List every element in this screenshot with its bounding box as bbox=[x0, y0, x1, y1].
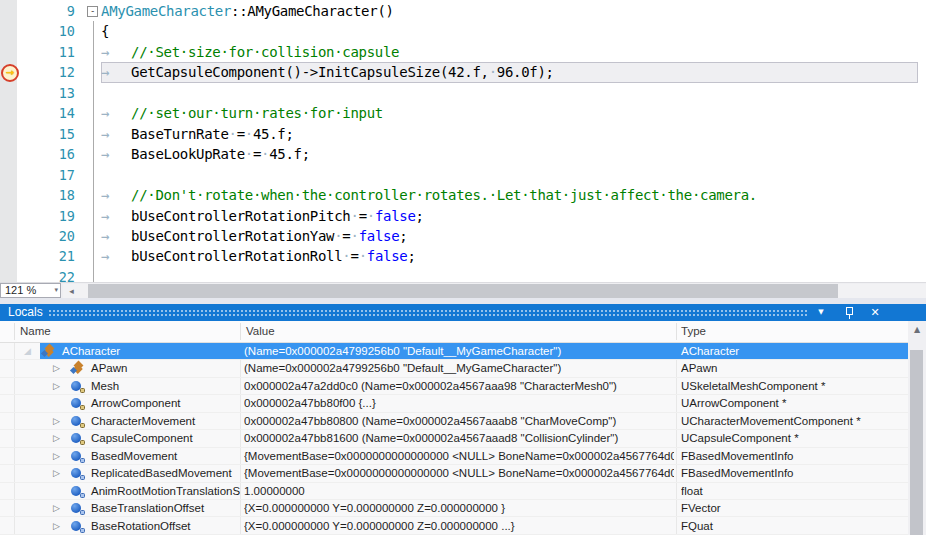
locals-row-ArrowComponent[interactable]: ArrowComponent0x000002a47bb80f00 {...}UA… bbox=[0, 395, 908, 412]
locals-column-header: Name Value Type bbox=[0, 321, 908, 343]
variable-type: UCharacterMovementComponent * bbox=[681, 413, 906, 429]
fold-collapse-box[interactable]: - bbox=[87, 6, 98, 17]
code-token-ws: · bbox=[350, 208, 358, 224]
vertical-scrollbar-thumb[interactable] bbox=[910, 350, 923, 535]
code-editor[interactable]: 9-AMyGameCharacter::AMyGameCharacter()10… bbox=[0, 0, 926, 282]
locals-row-BaseTranslationOffset[interactable]: ▷BaseTranslationOffset{X=0.000000000 Y=0… bbox=[0, 500, 908, 517]
pin-button[interactable] bbox=[840, 304, 858, 321]
code-token-comment: //·set·our·turn·rates·for·input bbox=[131, 105, 383, 121]
code-token-plain: 45.f; bbox=[253, 126, 294, 142]
tree-collapsed-icon[interactable]: ▷ bbox=[53, 448, 60, 464]
column-header-value[interactable]: Value bbox=[246, 321, 275, 342]
code-line-20[interactable]: 20→bUseControllerRotationYaw·=·false; bbox=[0, 226, 926, 246]
tree-collapsed-icon[interactable]: ▷ bbox=[53, 465, 60, 481]
variable-value-cell: 0x000002a47bb81600 (Name=0x000002a4567aa… bbox=[244, 430, 674, 446]
code-line-18[interactable]: 18→//·Don't·rotate·when·the·controller·r… bbox=[0, 185, 926, 205]
close-button[interactable]: ✕ bbox=[866, 304, 884, 321]
variable-name-cell: ▷BaseTranslationOffset bbox=[0, 500, 240, 516]
locals-row-BaseRotationOffset[interactable]: ▷BaseRotationOffset{X=0.000000000 Y=0.00… bbox=[0, 518, 908, 535]
variable-type-cell: UCapsuleComponent * bbox=[681, 430, 906, 446]
locals-variables-grid: ◢ACharacter(Name=0x000002a4799256b0 "Def… bbox=[0, 343, 908, 535]
code-line-10[interactable]: 10{ bbox=[0, 21, 926, 41]
tab-whitespace-arrow-icon: → bbox=[101, 124, 131, 144]
locals-row-ReplicatedBasedMovement[interactable]: ▷ReplicatedBasedMovement{MovementBase=0x… bbox=[0, 465, 908, 482]
locals-row-Mesh[interactable]: ▷Mesh0x000002a47a2dd0c0 (Name=0x000002a4… bbox=[0, 378, 908, 395]
locals-title-bar[interactable]: Locals ▼ ✕ bbox=[0, 304, 926, 321]
code-line-14[interactable]: 14→//·set·our·turn·rates·for·input bbox=[0, 103, 926, 123]
scroll-up-arrow-icon[interactable]: ▲ bbox=[908, 321, 926, 338]
vertical-scrollbar[interactable]: ▲ bbox=[908, 321, 926, 535]
code-token-ws: · bbox=[489, 64, 497, 80]
column-header-name[interactable]: Name bbox=[20, 321, 51, 342]
editor-zoom-control[interactable]: 121 % ▾ bbox=[0, 283, 61, 298]
code-line-text bbox=[101, 267, 918, 282]
column-separator[interactable] bbox=[14, 323, 15, 340]
variable-type-cell: float bbox=[681, 483, 906, 499]
tab-whitespace-arrow-icon: → bbox=[101, 103, 131, 123]
locals-row-ACharacter[interactable]: ◢ACharacter(Name=0x000002a4799256b0 "Def… bbox=[0, 343, 908, 360]
code-token-comment: //·Set·size·for·collision·capsule bbox=[131, 44, 399, 60]
variable-name-cell: ◢ACharacter bbox=[0, 343, 240, 359]
code-token-plain: = bbox=[342, 228, 350, 244]
code-line-17[interactable]: 17 bbox=[0, 165, 926, 185]
code-line-9[interactable]: 9-AMyGameCharacter::AMyGameCharacter() bbox=[0, 1, 926, 21]
tree-collapsed-icon[interactable]: ▷ bbox=[53, 518, 60, 534]
private-field-icon bbox=[71, 432, 85, 445]
variable-value-cell: (Name=0x000002a4799256b0 "Default__MyGam… bbox=[244, 343, 674, 359]
tree-collapsed-icon[interactable]: ▷ bbox=[53, 500, 60, 516]
variable-value-cell: {X=0.000000000 Y=0.000000000 Z=0.0000000… bbox=[244, 518, 674, 534]
column-header-type[interactable]: Type bbox=[681, 321, 706, 342]
locals-row-AnimRootMotionTranslationSc[interactable]: AnimRootMotionTranslationSc1.00000000flo… bbox=[0, 483, 908, 500]
variable-name: BasedMovement bbox=[91, 448, 177, 464]
variable-value-cell: {X=0.000000000 Y=0.000000000 Z=0.0000000… bbox=[244, 500, 674, 516]
window-position-button[interactable]: ▼ bbox=[812, 304, 830, 321]
tree-expanded-icon[interactable]: ◢ bbox=[24, 343, 31, 359]
code-line-11[interactable]: 11→//·Set·size·for·collision·capsule bbox=[0, 42, 926, 62]
tab-whitespace-arrow-icon: → bbox=[101, 206, 131, 226]
code-token-comment: //·Don't·rotate·when·the·controller·rota… bbox=[131, 187, 757, 203]
variable-value-cell: 1.00000000 bbox=[244, 483, 674, 499]
column-separator[interactable] bbox=[240, 323, 241, 340]
horizontal-scrollbar-thumb[interactable] bbox=[88, 284, 838, 298]
variable-name-cell: ▷BasedMovement bbox=[0, 448, 240, 464]
code-line-19[interactable]: 19→bUseControllerRotationPitch·=·false; bbox=[0, 206, 926, 226]
code-token-plain: { bbox=[101, 23, 109, 39]
variable-type: ACharacter bbox=[681, 343, 906, 359]
scroll-left-arrow-icon[interactable]: ◂ bbox=[63, 284, 80, 298]
tree-collapsed-icon[interactable]: ▷ bbox=[53, 378, 60, 394]
locals-row-CharacterMovement[interactable]: ▷CharacterMovement0x000002a47bb80800 (Na… bbox=[0, 413, 908, 430]
code-line-15[interactable]: 15→BaseTurnRate·=·45.f; bbox=[0, 124, 926, 144]
code-token-plain: ; bbox=[416, 208, 424, 224]
code-token-plain: BaseLookUpRate bbox=[131, 146, 245, 162]
variable-name-cell: ▷Mesh bbox=[0, 378, 240, 394]
variable-value: (Name=0x000002a4799256b0 "Default__MyGam… bbox=[244, 343, 674, 359]
locals-row-CapsuleComponent[interactable]: ▷CapsuleComponent0x000002a47bb81600 (Nam… bbox=[0, 430, 908, 447]
tree-collapsed-icon[interactable]: ▷ bbox=[53, 360, 60, 376]
code-line-text bbox=[101, 83, 918, 103]
tree-collapsed-icon[interactable]: ▷ bbox=[53, 413, 60, 429]
variable-name-cell: ▷APawn bbox=[0, 360, 240, 376]
variable-type: FBasedMovementInfo bbox=[681, 448, 906, 464]
code-token-plain: bUseControllerRotationPitch bbox=[131, 208, 350, 224]
locals-row-BasedMovement[interactable]: ▷BasedMovement{MovementBase=0x0000000000… bbox=[0, 448, 908, 465]
chevron-down-icon[interactable]: ▾ bbox=[54, 287, 58, 294]
locals-row-APawn[interactable]: ▷APawn(Name=0x000002a4799256b0 "Default_… bbox=[0, 360, 908, 377]
code-token-type: AMyGameCharacter bbox=[101, 3, 231, 19]
tab-whitespace-arrow-icon: → bbox=[101, 246, 131, 266]
column-separator[interactable] bbox=[676, 323, 677, 340]
code-line-21[interactable]: 21→bUseControllerRotationRoll·=·false; bbox=[0, 246, 926, 266]
variable-name: BaseRotationOffset bbox=[91, 518, 191, 534]
variable-name-cell: ▷CharacterMovement bbox=[0, 413, 240, 429]
variable-name: CapsuleComponent bbox=[91, 430, 193, 446]
tree-collapsed-icon[interactable]: ▷ bbox=[53, 430, 60, 446]
code-token-ws: · bbox=[245, 126, 253, 142]
code-line-text: →//·Set·size·for·collision·capsule bbox=[101, 42, 918, 62]
code-token-plain: = bbox=[253, 146, 261, 162]
line-number: 14 bbox=[17, 103, 75, 123]
code-line-12[interactable]: →12→GetCapsuleComponent()->InitCapsuleSi… bbox=[0, 62, 926, 82]
code-line-16[interactable]: 16→BaseLookUpRate·=·45.f; bbox=[0, 144, 926, 164]
locals-title: Locals bbox=[8, 304, 43, 321]
variable-name-cell: ▷CapsuleComponent bbox=[0, 430, 240, 446]
code-line-13[interactable]: 13 bbox=[0, 83, 926, 103]
code-line-22[interactable]: 22 bbox=[0, 267, 926, 282]
